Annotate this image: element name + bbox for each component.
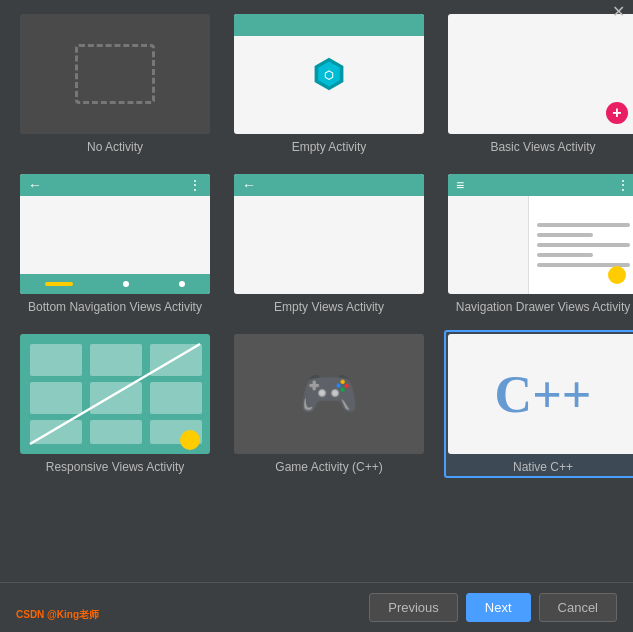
- game-label: Game Activity (C++): [275, 460, 382, 474]
- responsive-label: Responsive Views Activity: [46, 460, 185, 474]
- activity-grid: No Activity ⬡ Empty Activity + Basic Vie…: [0, 0, 633, 582]
- no-activity-thumbnail: [20, 14, 210, 134]
- svg-text:⬡: ⬡: [324, 69, 334, 81]
- bottom-nav-thumbnail: ← ⋮: [20, 174, 210, 294]
- back-arrow-icon: ←: [28, 177, 42, 193]
- activity-item-bottom-nav[interactable]: ← ⋮ Bottom Navigation Views Activity: [16, 170, 214, 318]
- nav-item-active: [45, 282, 73, 286]
- bottom-nav-bar: [20, 274, 210, 294]
- hex-icon: ⬡: [311, 56, 347, 92]
- dialog-footer: CSDN @King老师 Previous Next Cancel: [0, 582, 633, 632]
- responsive-thumbnail: [20, 334, 210, 454]
- responsive-svg: [20, 334, 210, 454]
- svg-rect-8: [150, 382, 202, 414]
- top-bar3: ≡ ⋮: [448, 174, 633, 196]
- plus-icon: +: [606, 102, 628, 124]
- empty-activity-label: Empty Activity: [292, 140, 367, 154]
- activity-item-empty-activity[interactable]: ⬡ Empty Activity: [230, 10, 428, 158]
- dots-icon: ⋮: [188, 177, 202, 193]
- drawer-line-1: [537, 223, 630, 227]
- nav-dot-2: [179, 281, 185, 287]
- empty-views-thumbnail: ←: [234, 174, 424, 294]
- native-cpp-label: Native C++: [513, 460, 573, 474]
- svg-rect-4: [90, 344, 142, 376]
- activity-item-empty-views[interactable]: ← Empty Views Activity: [230, 170, 428, 318]
- dashed-rect-icon: [75, 44, 155, 104]
- activity-item-game[interactable]: 🎮 Game Activity (C++): [230, 330, 428, 478]
- svg-rect-7: [90, 382, 142, 414]
- svg-point-13: [180, 430, 200, 450]
- basic-views-label: Basic Views Activity: [490, 140, 595, 154]
- svg-rect-10: [90, 420, 142, 444]
- new-project-dialog: ✕ No Activity ⬡ Empty Activity: [0, 0, 633, 632]
- activity-item-responsive[interactable]: Responsive Views Activity: [16, 330, 214, 478]
- cpp-logo-icon: C++: [495, 365, 592, 424]
- toolbar-bar: [234, 14, 424, 36]
- svg-rect-3: [30, 344, 82, 376]
- native-cpp-thumbnail: C++: [448, 334, 633, 454]
- activity-item-native-cpp[interactable]: C++ Native C++: [444, 330, 633, 478]
- nav-dot-1: [123, 281, 129, 287]
- dots-icon3: ⋮: [616, 177, 630, 193]
- back-arrow-icon2: ←: [242, 177, 256, 193]
- drawer-line-3: [537, 243, 630, 247]
- bottom-nav-label: Bottom Navigation Views Activity: [28, 300, 202, 314]
- drawer-line-4: [537, 253, 593, 257]
- svg-rect-6: [30, 382, 82, 414]
- previous-button[interactable]: Previous: [369, 593, 458, 622]
- nav-drawer-thumbnail: ≡ ⋮: [448, 174, 633, 294]
- basic-views-thumbnail: +: [448, 14, 633, 134]
- no-activity-label: No Activity: [87, 140, 143, 154]
- nav-drawer-label: Navigation Drawer Views Activity: [456, 300, 631, 314]
- fab-button: [608, 266, 626, 284]
- activity-item-nav-drawer[interactable]: ≡ ⋮ Navigation Drawer Views Activity: [444, 170, 633, 318]
- cancel-button[interactable]: Cancel: [539, 593, 617, 622]
- close-button[interactable]: ✕: [612, 4, 625, 20]
- drawer-line-2: [537, 233, 593, 237]
- game-thumbnail: 🎮: [234, 334, 424, 454]
- hamburger-icon: ≡: [456, 177, 464, 193]
- watermark: CSDN @King老师: [16, 608, 99, 622]
- activity-item-no-activity[interactable]: No Activity: [16, 10, 214, 158]
- gamepad-icon: 🎮: [299, 366, 359, 422]
- empty-views-label: Empty Views Activity: [274, 300, 384, 314]
- top-bar2: ←: [234, 174, 424, 196]
- next-button[interactable]: Next: [466, 593, 531, 622]
- activity-item-basic-views[interactable]: + Basic Views Activity: [444, 10, 633, 158]
- empty-activity-thumbnail: ⬡: [234, 14, 424, 134]
- top-bar: ← ⋮: [20, 174, 210, 196]
